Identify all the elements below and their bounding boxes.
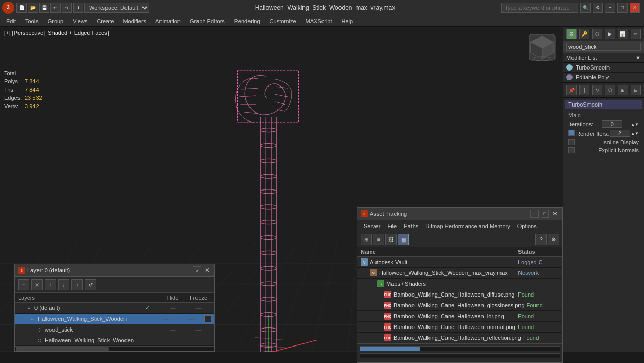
- layer-freeze-default: —: [186, 305, 211, 311]
- asset-tb-help[interactable]: ?: [535, 234, 547, 245]
- minimize-button[interactable]: −: [605, 3, 615, 13]
- asset-tb-btn-2[interactable]: ≡: [373, 234, 384, 245]
- menu-tools[interactable]: Tools: [21, 17, 43, 25]
- layer-header: Layers Hide Freeze: [15, 293, 214, 303]
- redo-button[interactable]: ↪: [62, 3, 72, 13]
- asset-minimize-button[interactable]: −: [530, 210, 539, 218]
- new-button[interactable]: 📄: [16, 3, 27, 13]
- menu-help[interactable]: Help: [337, 17, 357, 25]
- ffd-icon[interactable]: ⊟: [631, 85, 641, 95]
- render-iters-stepper[interactable]: ▲▼: [631, 131, 639, 136]
- render-iters-checkbox[interactable]: [568, 130, 575, 136]
- layer-refresh-button[interactable]: ↺: [85, 279, 96, 290]
- asset-status-reflection: Found: [523, 335, 559, 341]
- asset-name-vault: Autodesk Vault: [370, 259, 516, 265]
- pin-icon[interactable]: 📌: [566, 85, 577, 95]
- close-button[interactable]: ✕: [630, 3, 640, 13]
- viewport-cube[interactable]: [527, 32, 558, 63]
- asset-row-glossiness[interactable]: FHC Bamboo_Walking_Cane_Halloween_glossi…: [357, 300, 562, 311]
- rotate-icon[interactable]: ↻: [592, 85, 602, 95]
- asset-tb-btn-4[interactable]: ▦: [398, 234, 409, 245]
- undo-button[interactable]: ↩: [50, 3, 61, 13]
- mirror-icon[interactable]: ⊞: [618, 85, 628, 95]
- asset-row-diffuse[interactable]: FHC Bamboo_Walking_Cane_Halloween_diffus…: [357, 289, 562, 300]
- layer-row-wood-stick[interactable]: ⬡ wood_stick — —: [15, 324, 214, 335]
- layer-scrollbar[interactable]: [15, 346, 214, 351]
- render-iters-input[interactable]: [610, 130, 630, 137]
- explicit-normals-label: Explicit Normals: [598, 147, 639, 153]
- layer-add-button[interactable]: +: [45, 279, 56, 290]
- menu-customize[interactable]: Customize: [265, 17, 300, 25]
- modifier-turbosmooth[interactable]: TurboSmooth: [563, 63, 644, 73]
- isoline-row: Isoline Display: [565, 138, 642, 146]
- explicit-normals-checkbox[interactable]: [568, 147, 575, 153]
- open-button[interactable]: 📂: [28, 3, 38, 13]
- command-panel-utilities[interactable]: ✏: [631, 29, 641, 39]
- workspace-selector[interactable]: Workspace: DefaultWorkspace: Default: [84, 3, 149, 13]
- layer-move-up-button[interactable]: ↑: [71, 279, 83, 290]
- asset-menu-paths[interactable]: Paths: [401, 222, 421, 230]
- maximize-button[interactable]: □: [617, 3, 628, 13]
- modifier-list-arrow: ▼: [635, 55, 641, 61]
- menu-animation[interactable]: Animation: [151, 17, 185, 25]
- asset-row-normal[interactable]: FHC Bamboo_Walking_Cane_Halloween_normal…: [357, 322, 562, 333]
- settings-button[interactable]: ⚙: [593, 3, 603, 13]
- layer-row-halloween-child[interactable]: ⬡ Halloween_Walking_Stick_Wooden — —: [15, 335, 214, 346]
- info-button[interactable]: ℹ: [73, 3, 83, 13]
- modifier-name-editable-poly: Editable Poly: [576, 74, 609, 80]
- layer-row-halloween[interactable]: ≡ Halloween_Walking_Stick_Wooden — —: [15, 314, 214, 324]
- layer-box-halloween[interactable]: [204, 315, 211, 322]
- asset-status-glossiness: Found: [527, 302, 559, 308]
- menu-rendering[interactable]: Rendering: [230, 17, 264, 25]
- asset-close-button[interactable]: ✕: [551, 210, 559, 218]
- asset-title-bar: 3 Asset Tracking − □ ✕: [357, 208, 562, 220]
- menu-graph-editors[interactable]: Graph Editors: [186, 17, 229, 25]
- title-bar-right: 🔍 ⚙ − □ ✕: [501, 3, 644, 13]
- asset-maximize-button[interactable]: □: [541, 210, 549, 218]
- layer-move-down-button[interactable]: ↓: [58, 279, 69, 290]
- modifier-editable-poly[interactable]: Editable Poly: [563, 73, 644, 82]
- layer-freeze-halloween-child: —: [186, 337, 211, 343]
- menu-modifiers[interactable]: Modifiers: [119, 17, 150, 25]
- scale-icon[interactable]: ⬡: [605, 85, 615, 95]
- asset-row-vault[interactable]: V Autodesk Vault Logged C: [357, 257, 562, 268]
- command-panel-modify[interactable]: 🔑: [579, 29, 589, 39]
- menu-edit[interactable]: Edit: [2, 17, 20, 25]
- layer-scroll-thumb[interactable]: [16, 347, 109, 351]
- iterations-stepper[interactable]: ▲▼: [631, 122, 639, 127]
- asset-row-maps[interactable]: S Maps / Shaders: [357, 279, 562, 289]
- menu-group[interactable]: Group: [44, 17, 68, 25]
- isoline-checkbox[interactable]: [568, 139, 575, 145]
- search-button[interactable]: 🔍: [580, 3, 591, 13]
- layer-help-button[interactable]: ?: [193, 266, 201, 274]
- object-name-input[interactable]: [566, 43, 641, 51]
- move-icon[interactable]: |: [579, 85, 589, 95]
- asset-name-reflection: Bamboo_Walking_Cane_Halloween_reflection…: [393, 335, 521, 341]
- menu-create[interactable]: Create: [93, 17, 118, 25]
- layer-delete-button[interactable]: ✕: [31, 279, 43, 290]
- asset-row-reflection[interactable]: FHC Bamboo_Walking_Cane_Halloween_reflec…: [357, 333, 562, 343]
- layer-close-button[interactable]: ✕: [203, 266, 211, 274]
- asset-menu-file[interactable]: File: [384, 222, 400, 230]
- asset-tb-btn-3[interactable]: 🖼: [385, 234, 397, 245]
- command-panel-display[interactable]: 📊: [618, 29, 628, 39]
- asset-tb-settings[interactable]: ⚙: [548, 234, 559, 245]
- menu-views[interactable]: Views: [68, 17, 92, 25]
- layer-row-default[interactable]: ≡ 0 (default) ✓ — —: [15, 303, 214, 314]
- layer-menu-button[interactable]: ≡: [18, 279, 29, 290]
- asset-row-max[interactable]: M Halloween_Walking_Stick_Wooden_max_vra…: [357, 268, 562, 279]
- turbosmooth-section: TurboSmooth Main Iterations: ▲▼ Render I…: [563, 98, 644, 157]
- asset-row-ior[interactable]: FHC Bamboo_Walking_Cane_Halloween_ior.pn…: [357, 311, 562, 322]
- asset-menu-bitmap-perf[interactable]: Bitmap Performance and Memory: [422, 222, 513, 230]
- asset-menu-options[interactable]: Options: [514, 222, 540, 230]
- iterations-input[interactable]: [602, 120, 622, 128]
- asset-tb-btn-1[interactable]: ⊞: [361, 234, 372, 245]
- command-panel-create[interactable]: ⚙: [566, 29, 577, 39]
- asset-menu-server[interactable]: Server: [361, 222, 383, 230]
- command-panel-hierarchy[interactable]: ⬡: [592, 29, 602, 39]
- asset-name-diffuse: Bamboo_Walking_Cane_Halloween_diffuse.pn…: [393, 291, 516, 298]
- menu-maxscript[interactable]: MAXScript: [301, 17, 336, 25]
- search-input[interactable]: [501, 3, 578, 13]
- save-button[interactable]: 💾: [39, 3, 49, 13]
- command-panel-motion[interactable]: ▶: [605, 29, 615, 39]
